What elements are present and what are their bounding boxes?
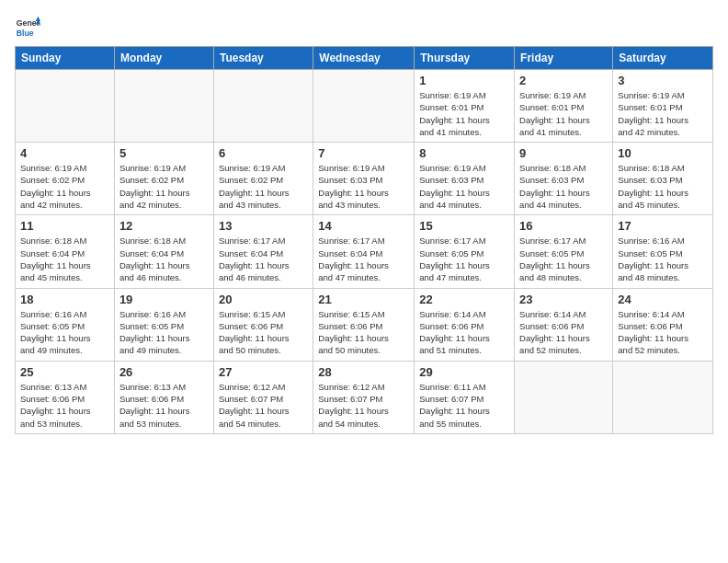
day-number: 7 <box>318 146 409 160</box>
weekday-header-monday: Monday <box>114 47 213 70</box>
calendar: SundayMondayTuesdayWednesdayThursdayFrid… <box>15 46 713 434</box>
day-number: 5 <box>119 146 209 160</box>
day-number: 19 <box>119 293 209 306</box>
day-number: 23 <box>519 293 608 306</box>
week-row-1: 1Sunrise: 6:19 AMSunset: 6:01 PMDaylight… <box>16 70 713 143</box>
weekday-header-saturday: Saturday <box>613 47 713 70</box>
weekday-header-row: SundayMondayTuesdayWednesdayThursdayFrid… <box>16 47 713 70</box>
day-info: Sunrise: 6:11 AMSunset: 6:07 PMDaylight:… <box>419 381 509 430</box>
day-number: 26 <box>119 365 209 379</box>
weekday-header-sunday: Sunday <box>16 47 115 70</box>
week-row-2: 4Sunrise: 6:19 AMSunset: 6:02 PMDaylight… <box>16 143 713 215</box>
day-info: Sunrise: 6:17 AMSunset: 6:05 PMDaylight:… <box>419 235 509 283</box>
weekday-header-friday: Friday <box>515 47 613 70</box>
day-info: Sunrise: 6:19 AMSunset: 6:01 PMDaylight:… <box>618 89 708 138</box>
day-number: 22 <box>419 293 509 306</box>
day-number: 17 <box>618 219 708 233</box>
weekday-header-tuesday: Tuesday <box>213 47 313 70</box>
day-number: 4 <box>20 146 109 160</box>
day-info: Sunrise: 6:16 AMSunset: 6:05 PMDaylight:… <box>119 308 209 357</box>
day-cell: 26Sunrise: 6:13 AMSunset: 6:06 PMDayligh… <box>114 361 213 433</box>
weekday-header-wednesday: Wednesday <box>313 47 415 70</box>
day-info: Sunrise: 6:15 AMSunset: 6:06 PMDaylight:… <box>219 308 308 357</box>
day-number: 29 <box>419 365 509 379</box>
day-number: 12 <box>119 219 209 233</box>
day-info: Sunrise: 6:18 AMSunset: 6:03 PMDaylight:… <box>618 162 708 211</box>
weekday-header-thursday: Thursday <box>415 47 515 70</box>
day-info: Sunrise: 6:19 AMSunset: 6:03 PMDaylight:… <box>318 162 409 211</box>
day-cell <box>16 70 115 143</box>
day-cell: 3Sunrise: 6:19 AMSunset: 6:01 PMDaylight… <box>613 70 713 143</box>
day-cell: 7Sunrise: 6:19 AMSunset: 6:03 PMDaylight… <box>313 143 415 215</box>
day-cell: 18Sunrise: 6:16 AMSunset: 6:05 PMDayligh… <box>16 288 115 361</box>
day-cell: 9Sunrise: 6:18 AMSunset: 6:03 PMDaylight… <box>515 143 613 215</box>
day-info: Sunrise: 6:18 AMSunset: 6:04 PMDaylight:… <box>20 235 109 283</box>
day-cell: 27Sunrise: 6:12 AMSunset: 6:07 PMDayligh… <box>213 361 313 433</box>
week-row-4: 18Sunrise: 6:16 AMSunset: 6:05 PMDayligh… <box>16 288 713 361</box>
day-cell: 28Sunrise: 6:12 AMSunset: 6:07 PMDayligh… <box>313 361 415 433</box>
day-number: 28 <box>318 365 409 379</box>
day-cell: 19Sunrise: 6:16 AMSunset: 6:05 PMDayligh… <box>114 288 213 361</box>
day-cell: 4Sunrise: 6:19 AMSunset: 6:02 PMDaylight… <box>16 143 115 215</box>
day-cell: 14Sunrise: 6:17 AMSunset: 6:04 PMDayligh… <box>313 215 415 288</box>
day-cell <box>213 70 313 143</box>
day-info: Sunrise: 6:14 AMSunset: 6:06 PMDaylight:… <box>519 308 608 357</box>
day-cell <box>114 70 213 143</box>
day-info: Sunrise: 6:12 AMSunset: 6:07 PMDaylight:… <box>318 381 409 430</box>
day-number: 27 <box>219 365 308 379</box>
day-cell: 8Sunrise: 6:19 AMSunset: 6:03 PMDaylight… <box>415 143 515 215</box>
day-number: 1 <box>419 74 509 87</box>
week-row-5: 25Sunrise: 6:13 AMSunset: 6:06 PMDayligh… <box>16 361 713 433</box>
day-info: Sunrise: 6:17 AMSunset: 6:05 PMDaylight:… <box>519 235 608 283</box>
day-cell: 2Sunrise: 6:19 AMSunset: 6:01 PMDaylight… <box>515 70 613 143</box>
day-cell: 17Sunrise: 6:16 AMSunset: 6:05 PMDayligh… <box>613 215 713 288</box>
day-number: 18 <box>20 293 109 306</box>
day-cell: 21Sunrise: 6:15 AMSunset: 6:06 PMDayligh… <box>313 288 415 361</box>
logo-icon: General Blue <box>15 15 40 40</box>
day-number: 8 <box>419 146 509 160</box>
day-info: Sunrise: 6:18 AMSunset: 6:03 PMDaylight:… <box>519 162 608 211</box>
day-cell: 24Sunrise: 6:14 AMSunset: 6:06 PMDayligh… <box>613 288 713 361</box>
day-info: Sunrise: 6:19 AMSunset: 6:02 PMDaylight:… <box>119 162 209 211</box>
day-number: 20 <box>219 293 308 306</box>
day-info: Sunrise: 6:12 AMSunset: 6:07 PMDaylight:… <box>219 381 308 430</box>
day-cell: 22Sunrise: 6:14 AMSunset: 6:06 PMDayligh… <box>415 288 515 361</box>
day-info: Sunrise: 6:16 AMSunset: 6:05 PMDaylight:… <box>618 235 708 283</box>
day-cell <box>515 361 613 433</box>
day-info: Sunrise: 6:14 AMSunset: 6:06 PMDaylight:… <box>419 308 509 357</box>
day-number: 11 <box>20 219 109 233</box>
day-cell: 1Sunrise: 6:19 AMSunset: 6:01 PMDaylight… <box>415 70 515 143</box>
day-number: 9 <box>519 146 608 160</box>
day-number: 24 <box>618 293 708 306</box>
day-cell <box>613 361 713 433</box>
day-cell: 10Sunrise: 6:18 AMSunset: 6:03 PMDayligh… <box>613 143 713 215</box>
day-cell: 29Sunrise: 6:11 AMSunset: 6:07 PMDayligh… <box>415 361 515 433</box>
day-number: 16 <box>519 219 608 233</box>
day-cell: 16Sunrise: 6:17 AMSunset: 6:05 PMDayligh… <box>515 215 613 288</box>
day-number: 13 <box>219 219 308 233</box>
day-cell: 5Sunrise: 6:19 AMSunset: 6:02 PMDaylight… <box>114 143 213 215</box>
day-number: 6 <box>219 146 308 160</box>
day-number: 3 <box>618 74 708 87</box>
day-number: 14 <box>318 219 409 233</box>
day-cell <box>313 70 415 143</box>
day-info: Sunrise: 6:19 AMSunset: 6:01 PMDaylight:… <box>419 89 509 138</box>
logo: General Blue <box>15 15 42 40</box>
day-info: Sunrise: 6:17 AMSunset: 6:04 PMDaylight:… <box>318 235 409 283</box>
day-cell: 11Sunrise: 6:18 AMSunset: 6:04 PMDayligh… <box>16 215 115 288</box>
day-number: 15 <box>419 219 509 233</box>
week-row-3: 11Sunrise: 6:18 AMSunset: 6:04 PMDayligh… <box>16 215 713 288</box>
day-cell: 25Sunrise: 6:13 AMSunset: 6:06 PMDayligh… <box>16 361 115 433</box>
day-info: Sunrise: 6:18 AMSunset: 6:04 PMDaylight:… <box>119 235 209 283</box>
day-number: 2 <box>519 74 608 87</box>
day-cell: 13Sunrise: 6:17 AMSunset: 6:04 PMDayligh… <box>213 215 313 288</box>
day-number: 10 <box>618 146 708 160</box>
day-cell: 23Sunrise: 6:14 AMSunset: 6:06 PMDayligh… <box>515 288 613 361</box>
header: General Blue <box>15 15 713 40</box>
day-number: 21 <box>318 293 409 306</box>
day-info: Sunrise: 6:19 AMSunset: 6:02 PMDaylight:… <box>20 162 109 211</box>
day-info: Sunrise: 6:16 AMSunset: 6:05 PMDaylight:… <box>20 308 109 357</box>
day-cell: 20Sunrise: 6:15 AMSunset: 6:06 PMDayligh… <box>213 288 313 361</box>
day-info: Sunrise: 6:15 AMSunset: 6:06 PMDaylight:… <box>318 308 409 357</box>
day-info: Sunrise: 6:19 AMSunset: 6:02 PMDaylight:… <box>219 162 308 211</box>
